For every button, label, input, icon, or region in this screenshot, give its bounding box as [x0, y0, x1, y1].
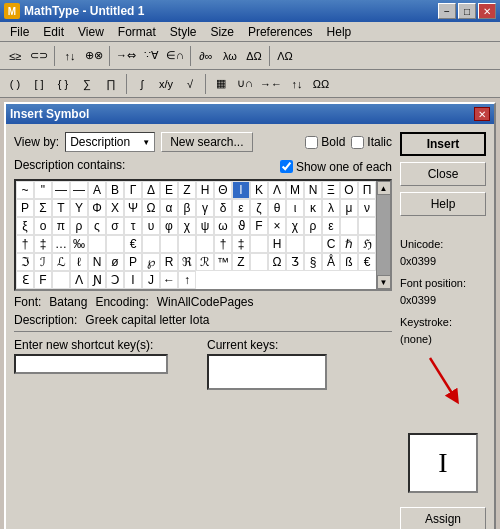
symbol-cell[interactable]: Ʒ [286, 253, 304, 271]
symbol-cell[interactable]: ε [232, 199, 250, 217]
symbol-cell[interactable]: " [34, 181, 52, 199]
symbol-cell[interactable]: ν [358, 199, 376, 217]
symbol-cell[interactable] [106, 235, 124, 253]
scrollbar-down-button[interactable]: ▼ [377, 275, 391, 289]
symbol-cell[interactable] [88, 235, 106, 253]
show-one-checkbox[interactable] [280, 160, 293, 173]
symbol-cell[interactable]: Ɔ [106, 271, 124, 289]
symbol-cell[interactable]: F [250, 217, 268, 235]
symbol-cell-iota[interactable]: Ι [232, 181, 250, 199]
toolbar-btn-omega2[interactable]: ΩΩ [310, 73, 332, 95]
symbol-cell[interactable]: Ρ [16, 199, 34, 217]
symbol-cell[interactable]: ß [340, 253, 358, 271]
symbol-cell[interactable]: θ [268, 199, 286, 217]
symbol-cell[interactable] [250, 253, 268, 271]
symbol-cell[interactable]: Μ [286, 181, 304, 199]
toolbar-btn-logic[interactable]: ∵∀ [140, 45, 162, 67]
symbol-cell[interactable] [142, 235, 160, 253]
symbol-cell[interactable]: … [52, 235, 70, 253]
symbol-cell[interactable]: Ο [340, 181, 358, 199]
symbol-cell[interactable]: ς [88, 217, 106, 235]
symbol-cell[interactable]: ι [286, 199, 304, 217]
symbol-cell[interactable]: ‡ [34, 235, 52, 253]
symbol-cell[interactable]: ℓ [70, 253, 88, 271]
symbol-cell[interactable]: χ [286, 217, 304, 235]
toolbar-btn-delta[interactable]: ΔΩ [243, 45, 265, 67]
toolbar-btn-union[interactable]: ∪∩ [234, 73, 256, 95]
symbol-cell[interactable]: I [124, 271, 142, 289]
symbol-cell[interactable] [196, 235, 214, 253]
menu-edit[interactable]: Edit [37, 24, 70, 40]
symbol-cell[interactable]: ™ [214, 253, 232, 271]
bold-checkbox[interactable] [305, 136, 318, 149]
italic-checkbox[interactable] [351, 136, 364, 149]
scrollbar-track[interactable] [377, 195, 390, 275]
menu-format[interactable]: Format [112, 24, 162, 40]
symbol-cell[interactable]: Λ [268, 181, 286, 199]
symbol-cell[interactable]: € [124, 235, 142, 253]
symbol-cell[interactable]: λ [322, 199, 340, 217]
insert-button[interactable]: Insert [400, 132, 486, 156]
symbol-cell[interactable]: Ε [160, 181, 178, 199]
toolbar-btn-int[interactable]: ∫ [131, 73, 153, 95]
symbol-cell[interactable]: Υ [70, 199, 88, 217]
symbol-cell[interactable] [160, 235, 178, 253]
symbol-cell[interactable]: ‡ [232, 235, 250, 253]
symbol-cell[interactable]: ℑ [16, 253, 34, 271]
toolbar-btn-arrow2[interactable]: →← [258, 73, 284, 95]
symbol-cell[interactable]: ℘ [142, 253, 160, 271]
close-button[interactable]: ✕ [478, 3, 496, 19]
symbol-cell[interactable]: Ω [268, 253, 286, 271]
symbol-cell[interactable]: Ζ [178, 181, 196, 199]
symbol-cell[interactable]: ω [214, 217, 232, 235]
symbol-cell[interactable] [304, 235, 322, 253]
symbol-cell[interactable]: Δ [142, 181, 160, 199]
symbol-cell[interactable] [286, 235, 304, 253]
symbol-cell[interactable]: β [178, 199, 196, 217]
scrollbar-up-button[interactable]: ▲ [377, 181, 391, 195]
symbol-cell[interactable]: Ξ [322, 181, 340, 199]
minimize-button[interactable]: − [438, 3, 456, 19]
dialog-close-x-button[interactable]: ✕ [474, 107, 490, 121]
view-by-dropdown[interactable]: Description ▼ [65, 132, 155, 152]
toolbar-btn-brace[interactable]: { } [52, 73, 74, 95]
symbol-cell[interactable] [52, 271, 70, 289]
symbol-cell[interactable]: Κ [250, 181, 268, 199]
menu-view[interactable]: View [72, 24, 110, 40]
symbol-cell[interactable]: τ [124, 217, 142, 235]
symbol-cell[interactable]: R [160, 253, 178, 271]
symbol-cell[interactable]: ρ [304, 217, 322, 235]
symbol-cell[interactable]: ~ [16, 181, 34, 199]
symbol-cell[interactable]: Ɲ [88, 271, 106, 289]
shortcut-input[interactable] [14, 354, 168, 374]
symbol-cell[interactable]: Ν [304, 181, 322, 199]
toolbar-btn-bracket[interactable]: [ ] [28, 73, 50, 95]
symbol-cell[interactable]: υ [142, 217, 160, 235]
symbol-cell[interactable]: ‰ [70, 235, 88, 253]
symbol-cell[interactable]: Γ [124, 181, 142, 199]
symbol-cell[interactable]: π [52, 217, 70, 235]
symbol-cell[interactable]: Φ [88, 199, 106, 217]
symbol-cell[interactable]: Ɛ [16, 271, 34, 289]
symbol-cell[interactable]: P [124, 253, 142, 271]
symbol-cell[interactable]: † [16, 235, 34, 253]
toolbar-btn-leq[interactable]: ≤≥ [4, 45, 26, 67]
symbol-cell[interactable]: α [160, 199, 178, 217]
symbol-cell[interactable]: ζ [250, 199, 268, 217]
symbol-cell[interactable]: ℏ [340, 235, 358, 253]
symbol-cell[interactable]: — [70, 181, 88, 199]
toolbar-btn-sets[interactable]: ∈∩ [164, 45, 186, 67]
symbol-cell[interactable] [340, 217, 358, 235]
toolbar-btn-ops[interactable]: ⊕⊗ [83, 45, 105, 67]
help-button[interactable]: Help [400, 192, 486, 216]
symbol-cell[interactable]: Η [196, 181, 214, 199]
assign-button[interactable]: Assign [400, 507, 486, 529]
toolbar-btn-implies[interactable]: →⇔ [114, 45, 138, 67]
symbol-cell[interactable]: ℐ [34, 253, 52, 271]
symbol-cell[interactable]: ← [160, 271, 178, 289]
symbol-cell[interactable] [178, 235, 196, 253]
symbol-cell[interactable]: σ [106, 217, 124, 235]
toolbar-btn-paren[interactable]: ( ) [4, 73, 26, 95]
symbol-cell[interactable]: H [268, 235, 286, 253]
symbol-cell[interactable]: ξ [16, 217, 34, 235]
